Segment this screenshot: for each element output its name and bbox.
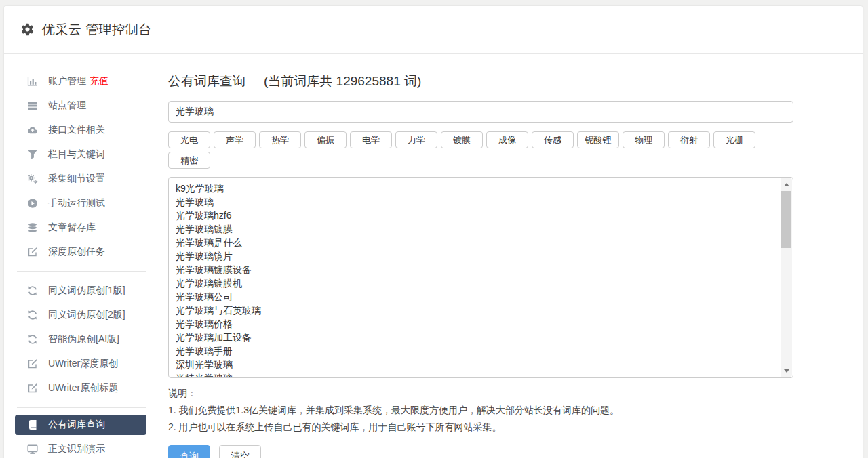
list-item[interactable]: 光学玻璃镀膜: [176, 222, 776, 236]
tag-button[interactable]: 声学: [214, 131, 256, 148]
sidebar-item-label: 手动运行测试: [48, 197, 105, 209]
list-item[interactable]: 光学玻璃是什么: [176, 236, 776, 249]
page-title-text: 公有词库查询: [168, 74, 245, 88]
notes-section: 说明： 1. 我们免费提供1.3亿关键词库，并集成到采集系统，最大限度方便用户，…: [168, 385, 793, 436]
sidebar-item-interface-files[interactable]: 接口文件相关: [15, 118, 146, 142]
list-item[interactable]: 光学玻璃镀膜设备: [176, 263, 776, 276]
list-item[interactable]: k9光学玻璃: [176, 182, 776, 195]
tag-button[interactable]: 力学: [395, 131, 437, 148]
sidebar-item-label: 采集细节设置: [48, 173, 105, 185]
app-header: 优采云 管理控制台: [4, 6, 863, 54]
sidebar-item-label: 账户管理充值: [48, 75, 108, 87]
tag-button[interactable]: 电学: [350, 131, 392, 148]
sidebar-item-collection-settings[interactable]: 采集细节设置: [15, 167, 146, 191]
notes-heading: 说明：: [168, 385, 793, 402]
filter-icon: [27, 149, 39, 160]
sidebar-item-label: 智能伪原创[AI版]: [48, 333, 119, 346]
sidebar-item-label: UWriter深度原创: [48, 358, 118, 370]
triangle-up-icon: [784, 183, 789, 186]
tag-button[interactable]: 热学: [259, 131, 301, 148]
book-icon: [27, 419, 39, 430]
sidebar-divider: [17, 271, 146, 272]
tag-button[interactable]: 光栅: [713, 131, 755, 148]
thesaurus-word-count: (当前词库共 129625881 词): [264, 74, 421, 88]
sidebar-item-deep-original-task[interactable]: 深度原创任务: [15, 240, 146, 264]
tag-button[interactable]: 铌酸锂: [577, 131, 619, 148]
sidebar-item-label: 栏目与关键词: [48, 148, 105, 161]
edit-icon: [27, 358, 39, 369]
sidebar-item-label: 文章暂存库: [48, 222, 96, 234]
sidebar-item-public-thesaurus[interactable]: 公有词库查询: [15, 415, 146, 435]
sidebar-item-uwriter-deep[interactable]: UWriter深度原创: [15, 352, 146, 376]
action-button-row: 查询 清空: [168, 445, 793, 458]
database-icon: [27, 222, 39, 233]
main-content: 公有词库查询(当前词库共 129625881 词) 光电 声学 热学 偏振 电学…: [168, 54, 793, 458]
clear-button[interactable]: 清空: [219, 445, 261, 458]
list-item[interactable]: 光学玻璃: [176, 195, 776, 209]
tag-button[interactable]: 光电: [168, 131, 210, 148]
scrollbar-thumb[interactable]: [781, 191, 791, 248]
scroll-up-button[interactable]: [781, 179, 792, 190]
query-button[interactable]: 查询: [168, 445, 210, 458]
list-item[interactable]: 光学玻璃加工设备: [176, 331, 776, 344]
sidebar-item-label: 正文识别演示: [48, 443, 105, 455]
tag-button[interactable]: 偏振: [304, 131, 347, 148]
sidebar-item-account[interactable]: 账户管理充值: [15, 69, 146, 93]
sidebar-divider: [17, 407, 146, 408]
list-item[interactable]: 光学玻璃价格: [176, 317, 776, 331]
refresh-icon: [27, 310, 39, 320]
app-window: 优采云 管理控制台 账户管理充值 站点管理 接口文件相关: [4, 6, 863, 458]
tag-button[interactable]: 传感: [532, 131, 574, 148]
sidebar-item-label: 站点管理: [48, 100, 86, 112]
sidebar-item-label: 同义词伪原创[2版]: [48, 309, 125, 321]
sidebar-item-label: 深度原创任务: [48, 246, 105, 258]
refresh-icon: [27, 285, 39, 296]
result-listbox[interactable]: k9光学玻璃 光学玻璃 光学玻璃hzf6 光学玻璃镀膜 光学玻璃是什么 光学玻璃…: [168, 177, 793, 378]
sidebar-item-synonym-v2[interactable]: 同义词伪原创[2版]: [15, 303, 146, 327]
list-item[interactable]: 光学玻璃手册: [176, 344, 776, 358]
vertical-scrollbar[interactable]: [781, 178, 792, 377]
sidebar-item-uwriter-title[interactable]: UWriter原创标题: [15, 376, 146, 400]
sidebar-item-label: 公有词库查询: [48, 419, 105, 431]
sidebar-item-body-recognition-demo[interactable]: 正文识别演示: [15, 437, 146, 458]
tag-button[interactable]: 成像: [486, 131, 528, 148]
sidebar-item-columns-keywords[interactable]: 栏目与关键词: [15, 142, 146, 167]
list-item[interactable]: 光学玻璃镀膜机: [176, 276, 776, 290]
sidebar-item-ai-pseudo-original[interactable]: 智能伪原创[AI版]: [15, 327, 146, 352]
list-item[interactable]: 光学玻璃hzf6: [176, 209, 776, 222]
bar-chart-icon: [27, 76, 39, 87]
tag-button[interactable]: 精密: [168, 152, 210, 169]
sidebar-item-label: 同义词伪原创[1版]: [48, 285, 125, 297]
list-item[interactable]: 深圳光学玻璃: [176, 358, 776, 371]
app-title: 优采云 管理控制台: [42, 21, 152, 39]
edit-icon: [27, 383, 39, 394]
notes-line-1: 1. 我们免费提供1.3亿关键词库，并集成到采集系统，最大限度方便用户，解决大部…: [168, 402, 793, 419]
list-item[interactable]: 肖特光学玻璃: [176, 371, 776, 378]
sidebar-item-article-staging[interactable]: 文章暂存库: [15, 215, 146, 240]
gear-icon: [20, 22, 35, 37]
triangle-down-icon: [784, 369, 789, 373]
keyword-search-input[interactable]: [168, 101, 793, 123]
monitor-icon: [27, 444, 39, 455]
list-item[interactable]: 光学玻璃镜片: [176, 249, 776, 263]
sidebar-item-label: 接口文件相关: [48, 124, 105, 136]
sidebar-item-label: UWriter原创标题: [48, 382, 118, 394]
list-item[interactable]: 光学玻璃公司: [176, 290, 776, 304]
list-item[interactable]: 光学玻璃与石英玻璃: [176, 304, 776, 317]
tag-button-row: 光电 声学 热学 偏振 电学 力学 镀膜 成像 传感 铌酸锂 物理 衍射 光栅 …: [168, 131, 793, 169]
scroll-down-button[interactable]: [781, 365, 792, 376]
tag-button[interactable]: 物理: [623, 131, 665, 148]
server-icon: [27, 100, 39, 111]
sidebar-item-synonym-v1[interactable]: 同义词伪原创[1版]: [15, 278, 146, 303]
tag-button[interactable]: 衍射: [668, 131, 710, 148]
refresh-icon: [27, 334, 39, 345]
sidebar-item-sites[interactable]: 站点管理: [15, 93, 146, 118]
edit-icon: [27, 247, 39, 257]
page-title: 公有词库查询(当前词库共 129625881 词): [168, 72, 793, 90]
gears-icon: [27, 173, 39, 184]
sidebar: 账户管理充值 站点管理 接口文件相关 栏目与关键词: [4, 54, 168, 458]
cloud-upload-icon: [27, 125, 39, 136]
tag-button[interactable]: 镀膜: [441, 131, 483, 148]
sidebar-item-manual-run-test[interactable]: 手动运行测试: [15, 191, 146, 215]
recharge-badge[interactable]: 充值: [90, 75, 108, 86]
